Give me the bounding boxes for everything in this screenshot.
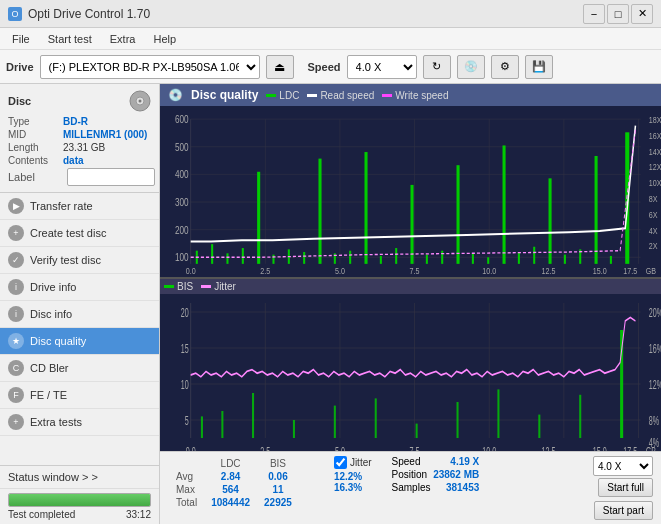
svg-text:GB: GB [646,267,657,277]
drive-select[interactable]: (F:) PLEXTOR BD-R PX-LB950SA 1.06 [40,55,260,79]
ldc-legend-label: LDC [279,90,299,101]
svg-text:2X: 2X [649,242,658,252]
svg-text:12.5: 12.5 [542,267,556,277]
svg-rect-103 [293,420,295,438]
svg-text:18X: 18X [649,115,661,125]
disc-contents-value: data [63,155,84,166]
nav-cd-bler[interactable]: C CD Bler [0,355,159,382]
svg-text:17.5: 17.5 [623,267,637,277]
bis-header: BIS [258,458,298,469]
settings-button[interactable]: ⚙ [491,55,519,79]
disc-panel-title: Disc [8,95,31,107]
svg-rect-45 [257,172,260,264]
svg-rect-100 [201,416,203,438]
bis-legend: BIS [164,281,193,292]
svg-text:100: 100 [175,251,189,263]
menu-file[interactable]: File [4,31,38,47]
svg-text:2.5: 2.5 [260,445,270,451]
svg-rect-48 [303,252,305,264]
top-chart-svg: 600 500 400 300 200 100 18X 16X 14X 12X … [160,106,661,277]
disc-type-value: BD-R [63,116,88,127]
eject-button[interactable]: ⏏ [266,55,294,79]
drive-label: Drive [6,61,34,73]
max-jitter: 16.3% [334,482,372,493]
nav-fe-te-label: FE / TE [30,389,67,401]
svg-text:0.0: 0.0 [186,445,196,451]
disc-icon [129,90,151,112]
drive-info-icon: i [8,279,24,295]
nav-verify-test-disc[interactable]: ✓ Verify test disc [0,247,159,274]
disc-mid-value: MILLENMR1 (000) [63,129,147,140]
jitter-legend-dot [201,285,211,288]
fe-te-icon: F [8,387,24,403]
refresh-button[interactable]: ↻ [423,55,451,79]
chart-legend-top: LDC Read speed Write speed [266,90,448,101]
status-window-button[interactable]: Status window > > [0,466,159,489]
nav-disc-info[interactable]: i Disc info [0,301,159,328]
total-row: Total 1084442 22925 [170,497,312,508]
svg-text:5.0: 5.0 [335,267,345,277]
label-input[interactable] [67,168,155,186]
disc-button[interactable]: 💿 [457,55,485,79]
svg-text:2.5: 2.5 [260,267,270,277]
close-button[interactable]: ✕ [631,4,653,24]
svg-text:400: 400 [175,168,189,180]
svg-text:200: 200 [175,224,189,236]
total-label: Total [170,497,203,508]
svg-text:300: 300 [175,196,189,208]
start-full-button[interactable]: Start full [598,478,653,497]
disc-contents-row: Contents data [8,155,151,166]
svg-text:8X: 8X [649,194,658,204]
jitter-label: Jitter [350,457,372,468]
samples-row: Samples 381453 [392,482,480,493]
stats-panel: LDC BIS Avg 2.84 0.06 Max 564 11 [160,451,661,524]
svg-text:10.0: 10.0 [482,267,496,277]
menu-start-test[interactable]: Start test [40,31,100,47]
svg-text:5: 5 [185,414,189,428]
svg-rect-102 [252,393,254,438]
svg-rect-64 [549,178,552,264]
progress-time: 33:12 [126,509,151,520]
speed-row: Speed 4.19 X [392,456,480,467]
nav-transfer-rate-label: Transfer rate [30,200,93,212]
chart-title: Disc quality [191,88,258,102]
svg-text:10.0: 10.0 [482,445,496,451]
nav-drive-info-label: Drive info [30,281,76,293]
nav-fe-te[interactable]: F FE / TE [0,382,159,409]
nav-disc-info-label: Disc info [30,308,72,320]
progress-section: Test completed 33:12 [0,489,159,524]
svg-text:5.0: 5.0 [335,445,345,451]
menu-help[interactable]: Help [145,31,184,47]
speed-label-text: Speed [392,456,421,467]
nav-transfer-rate[interactable]: ▶ Transfer rate [0,193,159,220]
nav-verify-test-disc-label: Verify test disc [30,254,101,266]
speed-dropdown[interactable]: 4.0 X [593,456,653,476]
svg-text:17.5: 17.5 [623,445,637,451]
bis-legend-label: BIS [177,281,193,292]
samples-label: Samples [392,482,431,493]
disc-label-key: Label [8,171,63,183]
nav-drive-info[interactable]: i Drive info [0,274,159,301]
minimize-button[interactable]: − [583,4,605,24]
nav-disc-quality[interactable]: ★ Disc quality [0,328,159,355]
maximize-button[interactable]: □ [607,4,629,24]
max-bis: 11 [258,484,298,495]
svg-rect-101 [221,411,223,438]
jitter-checkbox[interactable] [334,456,347,469]
transfer-rate-icon: ▶ [8,198,24,214]
menu-extra[interactable]: Extra [102,31,144,47]
nav-extra-tests[interactable]: + Extra tests [0,409,159,436]
save-button[interactable]: 💾 [525,55,553,79]
speed-select[interactable]: 4.0 X [347,55,417,79]
disc-mid-label: MID [8,129,63,140]
svg-text:10: 10 [181,378,189,392]
start-part-button[interactable]: Start part [594,501,653,520]
avg-jitter: 12.2% [334,471,372,482]
top-chart: 600 500 400 300 200 100 18X 16X 14X 12X … [160,106,661,278]
max-ldc: 564 [205,484,256,495]
svg-text:15: 15 [181,342,189,356]
avg-bis: 0.06 [258,471,298,482]
svg-rect-104 [334,406,336,438]
svg-rect-52 [364,152,367,264]
nav-create-test-disc[interactable]: + Create test disc [0,220,159,247]
